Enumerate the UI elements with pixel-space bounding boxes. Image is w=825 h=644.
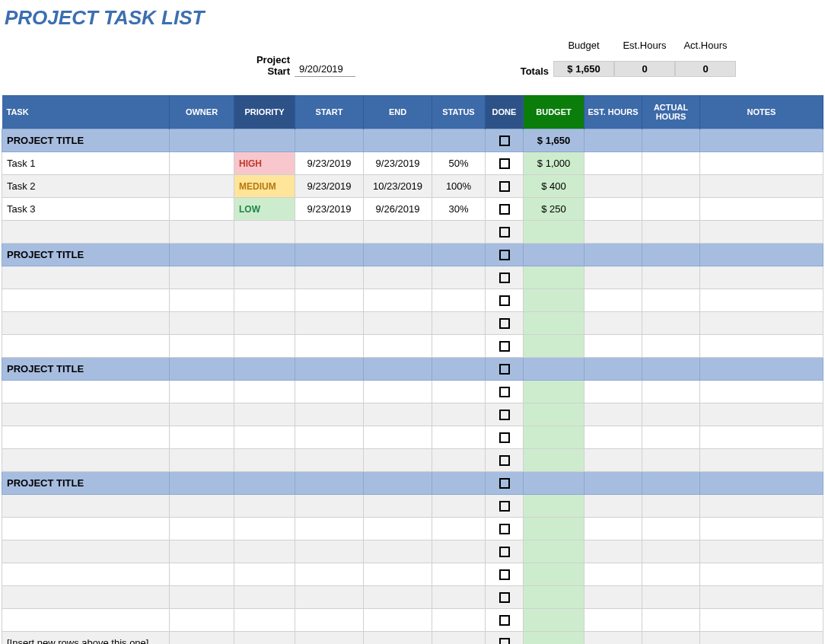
owner-cell[interactable]	[170, 586, 234, 609]
actual-hours-cell[interactable]	[642, 381, 700, 403]
start-cell[interactable]: 9/23/2019	[295, 175, 364, 198]
owner-cell[interactable]	[170, 244, 234, 266]
task-cell[interactable]	[2, 335, 170, 358]
owner-cell[interactable]	[170, 609, 234, 632]
status-cell[interactable]	[432, 426, 486, 449]
task-cell[interactable]: PROJECT TITLE	[2, 358, 170, 381]
budget-cell[interactable]	[524, 266, 585, 289]
est-hours-cell[interactable]	[585, 472, 642, 495]
task-cell[interactable]	[2, 563, 170, 586]
start-cell[interactable]	[295, 540, 364, 563]
done-checkbox[interactable]	[486, 472, 524, 495]
budget-cell[interactable]	[524, 426, 585, 449]
notes-cell[interactable]	[700, 266, 823, 289]
est-hours-cell[interactable]	[585, 358, 642, 381]
checkbox-icon[interactable]	[499, 455, 510, 466]
status-cell[interactable]	[432, 609, 486, 632]
actual-hours-cell[interactable]	[642, 449, 700, 472]
done-checkbox[interactable]	[486, 381, 524, 403]
end-cell[interactable]	[364, 403, 432, 426]
start-cell[interactable]	[295, 221, 364, 244]
checkbox-icon[interactable]	[499, 273, 510, 283]
actual-hours-cell[interactable]	[642, 586, 700, 609]
checkbox-icon[interactable]	[499, 478, 510, 489]
done-checkbox[interactable]	[486, 563, 524, 586]
owner-cell[interactable]	[170, 403, 234, 426]
task-cell[interactable]	[2, 540, 170, 563]
budget-cell[interactable]: $ 1,650	[524, 129, 585, 152]
notes-cell[interactable]	[700, 129, 823, 152]
owner-cell[interactable]	[170, 632, 234, 645]
done-checkbox[interactable]	[486, 244, 524, 266]
notes-cell[interactable]	[700, 495, 823, 518]
owner-cell[interactable]	[170, 266, 234, 289]
start-cell[interactable]	[295, 472, 364, 495]
owner-cell[interactable]	[170, 381, 234, 403]
budget-cell[interactable]	[524, 609, 585, 632]
est-hours-cell[interactable]	[585, 449, 642, 472]
start-cell[interactable]	[295, 381, 364, 403]
task-cell[interactable]	[2, 518, 170, 540]
actual-hours-cell[interactable]	[642, 632, 700, 645]
est-hours-cell[interactable]	[585, 266, 642, 289]
task-cell[interactable]	[2, 266, 170, 289]
est-hours-cell[interactable]	[585, 495, 642, 518]
notes-cell[interactable]	[700, 403, 823, 426]
task-cell[interactable]	[2, 221, 170, 244]
actual-hours-cell[interactable]	[642, 472, 700, 495]
est-hours-cell[interactable]	[585, 129, 642, 152]
end-cell[interactable]: 9/26/2019	[364, 198, 432, 221]
actual-hours-cell[interactable]	[642, 609, 700, 632]
start-cell[interactable]	[295, 129, 364, 152]
done-checkbox[interactable]	[486, 403, 524, 426]
actual-hours-cell[interactable]	[642, 198, 700, 221]
est-hours-cell[interactable]	[585, 426, 642, 449]
est-hours-cell[interactable]	[585, 335, 642, 358]
priority-cell[interactable]	[234, 403, 295, 426]
priority-cell[interactable]	[234, 129, 295, 152]
end-cell[interactable]	[364, 129, 432, 152]
est-hours-cell[interactable]	[585, 518, 642, 540]
status-cell[interactable]	[432, 289, 486, 312]
owner-cell[interactable]	[170, 221, 234, 244]
status-cell[interactable]	[432, 358, 486, 381]
status-cell[interactable]: 30%	[432, 198, 486, 221]
start-cell[interactable]	[295, 266, 364, 289]
start-cell[interactable]	[295, 609, 364, 632]
end-cell[interactable]	[364, 244, 432, 266]
priority-cell[interactable]	[234, 472, 295, 495]
owner-cell[interactable]	[170, 152, 234, 175]
end-cell[interactable]	[364, 540, 432, 563]
notes-cell[interactable]	[700, 449, 823, 472]
notes-cell[interactable]	[700, 586, 823, 609]
notes-cell[interactable]	[700, 289, 823, 312]
task-cell[interactable]	[2, 586, 170, 609]
est-hours-cell[interactable]	[585, 152, 642, 175]
status-cell[interactable]	[432, 335, 486, 358]
notes-cell[interactable]	[700, 381, 823, 403]
budget-cell[interactable]	[524, 221, 585, 244]
end-cell[interactable]	[364, 358, 432, 381]
owner-cell[interactable]	[170, 426, 234, 449]
task-cell[interactable]	[2, 609, 170, 632]
checkbox-icon[interactable]	[499, 569, 510, 580]
actual-hours-cell[interactable]	[642, 358, 700, 381]
notes-cell[interactable]	[700, 472, 823, 495]
priority-cell[interactable]	[234, 518, 295, 540]
start-cell[interactable]	[295, 586, 364, 609]
done-checkbox[interactable]	[486, 495, 524, 518]
notes-cell[interactable]	[700, 426, 823, 449]
priority-cell[interactable]: LOW	[234, 198, 295, 221]
priority-cell[interactable]	[234, 563, 295, 586]
est-hours-cell[interactable]	[585, 198, 642, 221]
start-cell[interactable]	[295, 403, 364, 426]
done-checkbox[interactable]	[486, 449, 524, 472]
checkbox-icon[interactable]	[499, 341, 510, 352]
checkbox-icon[interactable]	[499, 638, 510, 644]
task-cell[interactable]: PROJECT TITLE	[2, 244, 170, 266]
checkbox-icon[interactable]	[499, 181, 510, 192]
start-cell[interactable]: 9/23/2019	[295, 152, 364, 175]
done-checkbox[interactable]	[486, 540, 524, 563]
checkbox-icon[interactable]	[499, 250, 510, 260]
priority-cell[interactable]	[234, 540, 295, 563]
